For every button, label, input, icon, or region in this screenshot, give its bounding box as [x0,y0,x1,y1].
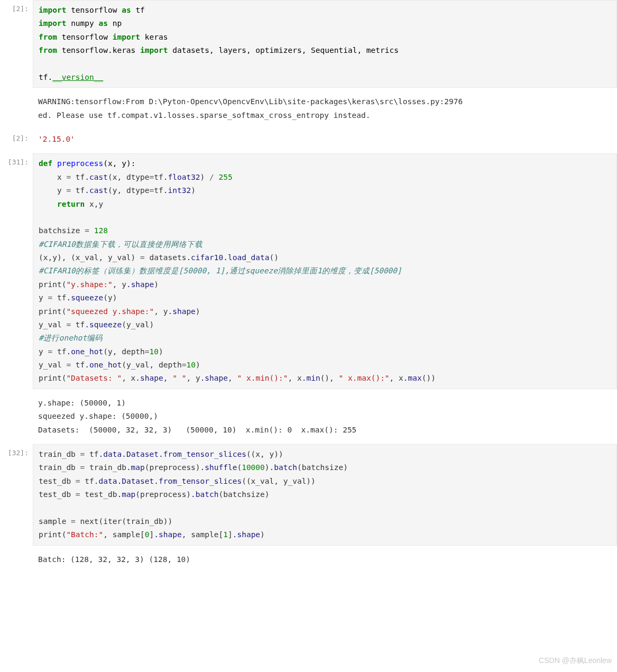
execute-result: '2.15.0' [33,130,617,149]
input-prompt: [32]: [0,444,33,546]
input-prompt: [2]: [0,0,33,88]
code-cell: [31]: def preprocess(x, y): x = tf.cast(… [0,153,617,389]
code-cell: [2]: import tensorflow as tf import nump… [0,0,617,88]
stderr-output: WARNING:tensorflow:From D:\Pyton-Opencv\… [33,92,617,125]
output-cell: Batch: (128, 32, 32, 3) (128, 10) [0,550,617,569]
output-prompt: [2]: [0,130,33,149]
jupyter-notebook: [2]: import tensorflow as tf import nump… [0,0,617,569]
code-cell: [32]: train_db = tf.data.Dataset.from_te… [0,444,617,546]
output-prompt-empty [0,393,33,440]
output-prompt-empty [0,92,33,125]
output-cell: y.shape: (50000, 1) squeezed y.shape: (5… [0,393,617,440]
stdout-output: Batch: (128, 32, 32, 3) (128, 10) [33,550,617,569]
output-prompt-empty [0,550,33,569]
input-prompt: [31]: [0,153,33,389]
stdout-output: y.shape: (50000, 1) squeezed y.shape: (5… [33,393,617,440]
result-cell: [2]: '2.15.0' [0,130,617,149]
output-cell: WARNING:tensorflow:From D:\Pyton-Opencv\… [0,92,617,125]
code-input[interactable]: train_db = tf.data.Dataset.from_tensor_s… [33,444,617,546]
code-input[interactable]: import tensorflow as tf import numpy as … [33,0,617,88]
code-input[interactable]: def preprocess(x, y): x = tf.cast(x, dty… [33,153,617,389]
